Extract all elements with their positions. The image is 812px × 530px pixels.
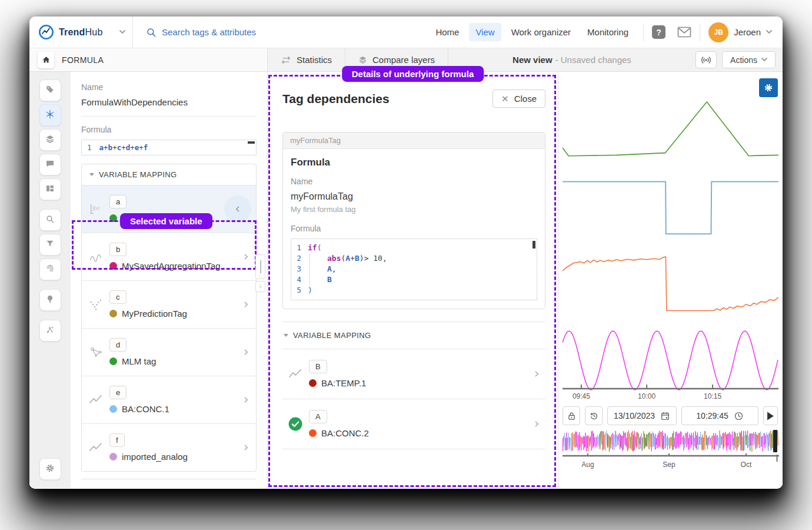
divider [643, 24, 644, 41]
history-button[interactable] [585, 406, 603, 425]
lightbulb-tool-button[interactable] [39, 289, 61, 311]
variable-row-B[interactable]: B BA:TEMP.1 [282, 349, 545, 399]
chevron-right-icon[interactable] [533, 420, 541, 428]
date-picker[interactable]: 13/10/2023 [607, 406, 677, 425]
overview-minimap[interactable] [563, 430, 778, 452]
scrollbar-thumb[interactable] [248, 141, 255, 144]
mapping-header-label: VARIABLE MAPPING [293, 331, 371, 340]
step-forward-button[interactable] [763, 406, 778, 425]
variable-info: e BA:CONC.1 [109, 386, 169, 414]
time-value: 10:29:45 [696, 411, 728, 420]
collapse-triangle-icon [284, 334, 288, 337]
gear-settings-button[interactable] [39, 458, 61, 480]
global-search[interactable] [133, 27, 429, 38]
tab-label: Statistics [297, 55, 332, 65]
tag-dependencies-dialog: Tag dependencies ✕ Close myFormulaTag Fo… [268, 72, 558, 488]
chevron-right-icon[interactable] [242, 396, 250, 404]
timeline-month-label: Oct [741, 461, 752, 469]
layers-icon [45, 134, 55, 146]
chart-region: 09:4510:0010:15 13/10/2023 10:29:45 AugS… [558, 72, 783, 488]
comment-tool-button[interactable] [39, 154, 61, 175]
chevron-down-icon[interactable] [119, 30, 125, 34]
tag-name: BA:CONC.2 [321, 428, 369, 438]
dashboard-tool-button[interactable] [39, 178, 61, 200]
chevron-right-icon[interactable] [533, 370, 541, 378]
trend-icon [88, 440, 104, 455]
chart-settings-button[interactable] [759, 78, 778, 97]
nav-item-work-organizer[interactable]: Work organizer [505, 23, 577, 41]
nav-item-monitoring[interactable]: Monitoring [581, 23, 635, 41]
tag-name-value: myFormulaTag [291, 191, 537, 202]
date-value: 13/10/2023 [614, 411, 655, 420]
timeline-month-label: Sep [663, 461, 675, 469]
home-button[interactable] [38, 52, 54, 68]
variable-row-e[interactable]: e BA:CONC.1 [82, 376, 256, 423]
dialog-title: Tag dependencies [282, 92, 390, 106]
formula-tool-button[interactable] [39, 104, 61, 126]
primary-nav: HomeViewWork organizerMonitoring [429, 23, 635, 41]
layers-tool-button[interactable] [39, 129, 61, 151]
nav-item-home[interactable]: Home [429, 23, 465, 41]
lock-button[interactable] [563, 406, 580, 425]
filter-tool-button[interactable] [39, 234, 61, 256]
variable-info: B BA:TEMP.1 [309, 360, 366, 388]
splitter-drag-handle[interactable] [255, 254, 265, 279]
variable-mapping-header[interactable]: VARIABLE MAPPING [282, 322, 545, 349]
tab-statistics[interactable]: Statistics [268, 48, 345, 71]
splitter-expand-button[interactable] [255, 281, 265, 292]
green-series [563, 102, 778, 156]
tag-tool-button[interactable] [39, 80, 61, 101]
formula-icon [45, 110, 55, 121]
swap-arrows-icon [281, 56, 291, 64]
collapse-detail-button[interactable] [224, 196, 251, 223]
close-button[interactable]: ✕ Close [492, 90, 545, 108]
divider [700, 24, 700, 41]
brand-section[interactable]: TrendHub [29, 16, 133, 48]
broadcast-button[interactable] [695, 51, 717, 68]
x-axis-tick-label: 10:15 [704, 392, 721, 400]
chevron-right-icon[interactable] [242, 300, 250, 309]
search-tool-button[interactable] [39, 209, 61, 231]
actions-label: Actions [730, 55, 757, 65]
x-axis-tick-label: 09:45 [573, 392, 590, 400]
variable-row-A[interactable]: A BA:CONC.2 [282, 399, 545, 449]
formula-code-editor[interactable]: 1if(2abs(A+B)> 10,3A,4B5) [291, 238, 537, 300]
mail-button[interactable] [677, 26, 691, 38]
variable-row-b[interactable]: b MySavedAggregationTag [82, 233, 256, 280]
chevron-right-icon[interactable] [242, 253, 250, 261]
search-input[interactable] [162, 27, 350, 37]
network-tool-button[interactable] [39, 320, 61, 342]
scrollbar-thumb[interactable] [533, 241, 535, 249]
tag-color-dot [109, 310, 117, 317]
check-icon [287, 417, 303, 431]
minimap-scrubber[interactable] [773, 430, 777, 452]
fingerprint-tool-button[interactable] [39, 259, 61, 280]
trend-chart[interactable] [563, 84, 778, 413]
chevron-down-icon [761, 58, 767, 62]
chevron-right-icon[interactable] [242, 348, 250, 356]
variable-letter-chip: A [309, 410, 327, 423]
variable-row-c[interactable]: c MyPredictionTag [82, 280, 256, 328]
variable-row-d[interactable]: d MLM tag [82, 328, 256, 376]
actions-button[interactable]: Actions [722, 51, 776, 68]
user-menu[interactable]: JB Jeroen [708, 22, 783, 42]
dock-groups [39, 80, 61, 350]
timeline-axis [563, 453, 779, 459]
collapse-triangle-icon [89, 173, 94, 176]
time-picker[interactable]: 10:29:45 [681, 406, 758, 425]
panel-splitter [255, 254, 265, 292]
close-icon: ✕ [501, 94, 509, 103]
formula-tag-icon: f(x) [88, 202, 104, 216]
formula-editor[interactable]: 1a+b+c+d+e+f [81, 140, 257, 155]
nav-item-view[interactable]: View [469, 23, 501, 41]
chevron-right-icon[interactable] [242, 443, 250, 452]
variable-row-f[interactable]: f imported_analog [82, 423, 256, 471]
magenta-series [563, 331, 778, 390]
calendar-icon [660, 411, 670, 421]
search-icon [45, 214, 55, 226]
clock-icon [734, 411, 744, 421]
variable-mapping-header[interactable]: VARIABLE MAPPING [82, 164, 256, 185]
filter-icon [45, 239, 55, 251]
help-button[interactable]: ? [652, 25, 665, 39]
time-controls: 13/10/2023 10:29:45 [563, 406, 778, 425]
